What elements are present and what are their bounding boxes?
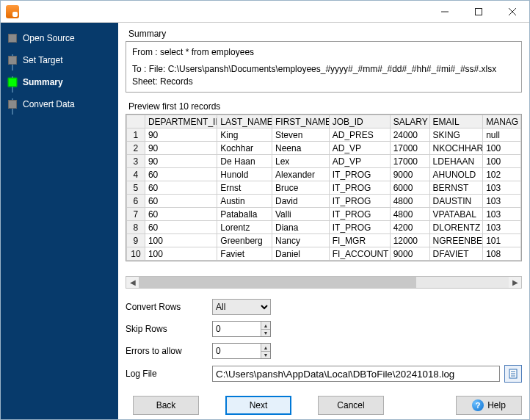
cell[interactable]: 103 [483,195,521,208]
col-header[interactable]: EMAIL [429,115,483,128]
cell[interactable]: De Haan [217,155,272,168]
cell[interactable]: 6000 [390,181,429,195]
cell[interactable]: 103 [483,181,521,195]
errors-allow-input[interactable] [213,344,261,358]
cell[interactable]: 108 [483,247,521,261]
scroll-right-arrow-icon[interactable]: ▶ [509,277,521,288]
cell[interactable]: David [272,195,330,208]
cell[interactable]: IT_PROG [329,168,390,181]
maximize-button[interactable] [462,1,495,22]
logfile-input[interactable] [212,366,500,382]
cell[interactable]: NKOCHHAR [429,142,483,155]
step-convert-data[interactable]: Convert Data [1,93,118,115]
table-row[interactable]: 560ErnstBruceIT_PROG6000BERNST103 [127,181,521,195]
col-header[interactable]: LAST_NAME [217,115,272,128]
table-row[interactable]: 190KingStevenAD_PRES24000SKINGnull [127,128,521,142]
cell[interactable]: 100 [145,247,217,261]
step-summary[interactable]: Summary [1,71,118,93]
table-row[interactable]: 9100GreenbergNancyFI_MGR12000NGREENBE101 [127,234,521,247]
cell[interactable]: SKING [429,128,483,142]
cell[interactable]: AHUNOLD [429,168,483,181]
cell[interactable]: 103 [483,208,521,221]
col-header[interactable]: JOB_ID [329,115,390,128]
cell[interactable]: DAUSTIN [429,195,483,208]
cell[interactable]: AD_PRES [329,128,390,142]
col-header[interactable]: MANAG [483,115,521,128]
cell[interactable]: 60 [145,208,217,221]
cell[interactable]: Pataballa [217,208,272,221]
cell[interactable]: Bruce [272,181,330,195]
cell[interactable]: AD_VP [329,155,390,168]
cell[interactable]: Austin [217,195,272,208]
minimize-button[interactable] [428,1,462,22]
cell[interactable]: Steven [272,128,330,142]
cell[interactable]: AD_VP [329,142,390,155]
cell[interactable]: 60 [145,221,217,234]
cell[interactable]: 17000 [390,142,429,155]
col-header[interactable]: DEPARTMENT_ID [145,115,217,128]
table-row[interactable]: 460HunoldAlexanderIT_PROG9000AHUNOLD102 [127,168,521,181]
cell[interactable]: null [483,128,521,142]
cell[interactable]: IT_PROG [329,181,390,195]
cell[interactable]: 101 [483,234,521,247]
cell[interactable]: IT_PROG [329,221,390,234]
cell[interactable]: Lorentz [217,221,272,234]
cell[interactable]: Daniel [272,247,330,261]
help-button[interactable]: ? Help [456,396,522,415]
scroll-left-arrow-icon[interactable]: ◀ [126,277,139,288]
table-row[interactable]: 860LorentzDianaIT_PROG4200DLORENTZ103 [127,221,521,234]
skip-rows-input[interactable] [213,322,261,336]
scroll-thumb[interactable] [139,277,416,288]
next-button[interactable]: Next [225,396,291,415]
cell[interactable]: 90 [145,142,217,155]
cell[interactable]: Greenberg [217,234,272,247]
table-row[interactable]: 10100FavietDanielFI_ACCOUNT9000DFAVIET10… [127,247,521,261]
cell[interactable]: 17000 [390,155,429,168]
cell[interactable]: 4800 [390,195,429,208]
cell[interactable]: 102 [483,168,521,181]
table-row[interactable]: 760PataballaValliIT_PROG4800VPATABAL103 [127,208,521,221]
cell[interactable]: 24000 [390,128,429,142]
horizontal-scrollbar[interactable]: ◀ ▶ [126,276,522,289]
spin-up-icon[interactable]: ▲ [261,344,270,352]
cell[interactable]: Valli [272,208,330,221]
cell[interactable]: Hunold [217,168,272,181]
cell[interactable]: FI_MGR [329,234,390,247]
cell[interactable]: 100 [483,155,521,168]
cell[interactable]: 60 [145,168,217,181]
cell[interactable]: Ernst [217,181,272,195]
cell[interactable]: King [217,128,272,142]
cell[interactable]: IT_PROG [329,195,390,208]
cell[interactable]: 12000 [390,234,429,247]
cell[interactable]: 4200 [390,221,429,234]
skip-rows-spinner[interactable]: ▲ ▼ [212,321,271,337]
back-button[interactable]: Back [133,396,199,415]
cell[interactable]: 100 [483,142,521,155]
scroll-track[interactable] [139,277,509,288]
cell[interactable]: 60 [145,195,217,208]
cell[interactable]: Kochhar [217,142,272,155]
browse-logfile-button[interactable] [504,365,522,383]
convert-rows-select[interactable]: All [212,299,271,315]
cell[interactable]: IT_PROG [329,208,390,221]
cell[interactable]: 100 [145,234,217,247]
spin-up-icon[interactable]: ▲ [261,322,270,330]
cell[interactable]: 60 [145,181,217,195]
spin-down-icon[interactable]: ▼ [261,352,270,359]
col-header[interactable]: FIRST_NAME [272,115,330,128]
preview-table[interactable]: DEPARTMENT_ID LAST_NAME FIRST_NAME JOB_I… [126,114,522,261]
col-header[interactable]: SALARY [390,115,429,128]
cell[interactable]: 90 [145,155,217,168]
cell[interactable]: Diana [272,221,330,234]
cell[interactable]: 90 [145,128,217,142]
cell[interactable]: FI_ACCOUNT [329,247,390,261]
cell[interactable]: Nancy [272,234,330,247]
cell[interactable]: 9000 [390,247,429,261]
cell[interactable]: VPATABAL [429,208,483,221]
step-set-target[interactable]: Set Target [1,49,118,71]
table-row[interactable]: 390De HaanLexAD_VP17000LDEHAAN100 [127,155,521,168]
cell[interactable]: DLORENTZ [429,221,483,234]
cell[interactable]: 4800 [390,208,429,221]
spin-down-icon[interactable]: ▼ [261,330,270,337]
cell[interactable]: Neena [272,142,330,155]
